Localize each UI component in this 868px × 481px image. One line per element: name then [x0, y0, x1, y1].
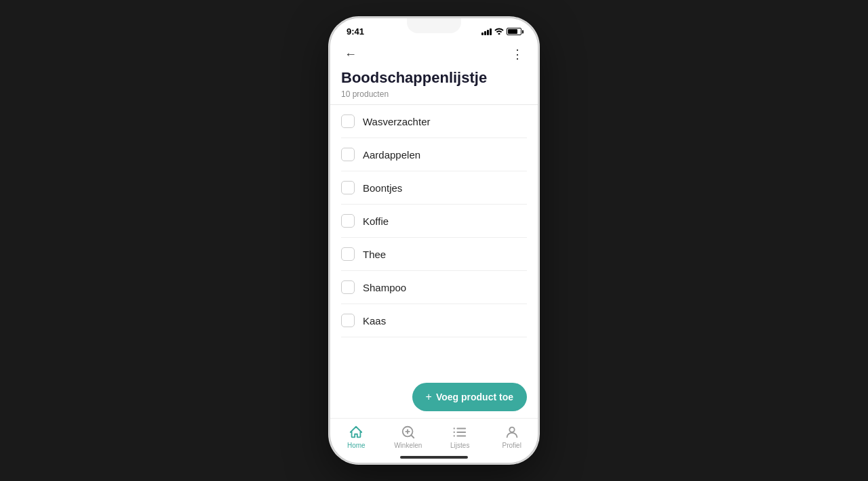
back-arrow-icon: ←: [344, 47, 357, 62]
plus-icon: +: [426, 391, 432, 403]
list-item[interactable]: Koffie: [341, 205, 527, 238]
list-item[interactable]: Kaas: [341, 304, 527, 337]
winkelen-icon: [400, 424, 416, 440]
checkbox[interactable]: [341, 314, 355, 327]
wifi-icon: [494, 27, 504, 36]
back-button[interactable]: ←: [341, 45, 360, 64]
item-label: Shampoo: [363, 282, 406, 293]
profiel-icon: [504, 424, 520, 440]
list-item[interactable]: Wasverzachter: [341, 105, 527, 138]
list-item[interactable]: Shampoo: [341, 271, 527, 304]
add-product-button[interactable]: + Voeg product toe: [412, 383, 527, 411]
nav-label-winkelen: Winkelen: [394, 442, 422, 449]
item-label: Kaas: [363, 315, 386, 327]
shopping-list: Wasverzachter Aardappelen Boontjes Koffi…: [341, 105, 527, 337]
list-item[interactable]: Boontjes: [341, 171, 527, 205]
status-time: 9:41: [347, 26, 364, 37]
home-indicator: [330, 452, 538, 463]
nav-item-profiel[interactable]: Profiel: [486, 424, 538, 449]
nav-label-profiel: Profiel: [502, 442, 521, 449]
list-item[interactable]: Aardappelen: [341, 138, 527, 171]
signal-icon: [481, 28, 492, 35]
item-label: Aardappelen: [363, 149, 420, 161]
page-title: Boodschappenlijstje: [341, 69, 527, 87]
home-bar: [400, 456, 468, 459]
nav-item-winkelen[interactable]: Winkelen: [382, 424, 435, 449]
item-label: Koffie: [363, 215, 389, 227]
item-label: Boontjes: [363, 182, 402, 194]
phone-frame: 9:41: [329, 17, 539, 464]
more-options-button[interactable]: ⋮: [508, 45, 527, 64]
notch: [407, 18, 461, 33]
add-button-wrapper: + Voeg product toe: [330, 376, 538, 418]
bottom-nav: Home Winkelen: [330, 418, 538, 452]
item-label: Thee: [363, 249, 386, 260]
checkbox[interactable]: [341, 181, 355, 194]
add-button-label: Voeg product toe: [436, 392, 513, 402]
checkbox[interactable]: [341, 247, 355, 261]
home-icon: [348, 424, 364, 440]
checkbox[interactable]: [341, 280, 355, 294]
nav-label-lijstes: Lijstes: [450, 442, 469, 449]
nav-item-home[interactable]: Home: [330, 424, 382, 449]
checkbox[interactable]: [341, 114, 355, 128]
checkbox[interactable]: [341, 214, 355, 228]
svg-point-10: [509, 427, 514, 432]
more-dots-icon: ⋮: [511, 47, 524, 62]
svg-line-1: [411, 435, 414, 438]
battery-icon: [507, 28, 521, 35]
nav-label-home: Home: [347, 442, 366, 449]
nav-item-lijstes[interactable]: Lijstes: [434, 424, 486, 449]
lijstes-icon: [452, 424, 468, 440]
page-content: Boodschappenlijstje 10 producten Wasverz…: [330, 66, 538, 376]
status-icons: [481, 27, 521, 36]
item-label: Wasverzachter: [363, 116, 430, 127]
product-count: 10 producten: [341, 89, 527, 99]
checkbox[interactable]: [341, 148, 355, 161]
app-header: ← ⋮: [330, 39, 538, 66]
list-item[interactable]: Thee: [341, 238, 527, 271]
